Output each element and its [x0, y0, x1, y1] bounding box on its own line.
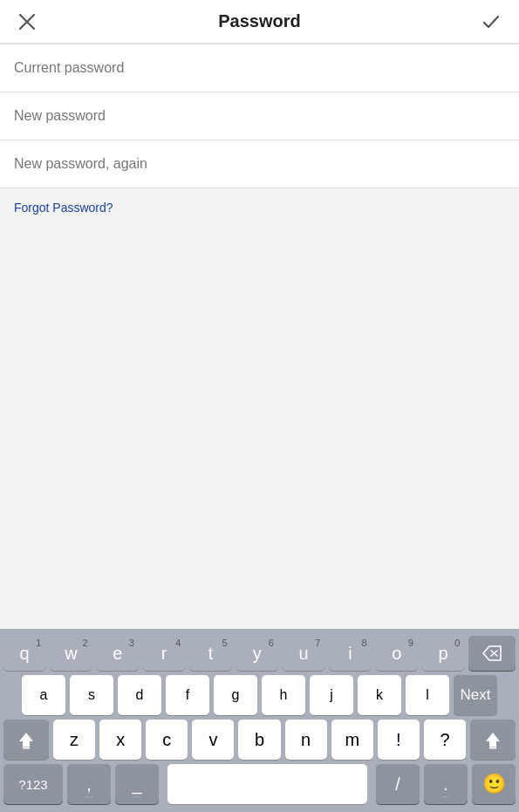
forgot-password-link[interactable]: Forgot Password?: [14, 201, 113, 215]
password-form: [0, 44, 519, 188]
key-n[interactable]: n: [285, 720, 327, 760]
key-q[interactable]: 1 q: [3, 636, 45, 671]
next-key[interactable]: Next: [454, 675, 497, 715]
key-m[interactable]: m: [331, 720, 373, 760]
key-d[interactable]: d: [118, 675, 161, 715]
current-password-input[interactable]: [0, 44, 519, 92]
key-j[interactable]: j: [310, 675, 353, 715]
key-e[interactable]: 3 e: [97, 636, 139, 671]
keyboard-row-1: 1 q 2 w 3 e 4 r 5 t 6 y 7 u 8 i: [3, 636, 516, 671]
slash-label: /: [395, 774, 400, 795]
key-o[interactable]: 9 o: [376, 636, 418, 671]
key-f[interactable]: f: [166, 675, 209, 715]
keyboard-row-2: a s d f g h j k l Next: [3, 675, 516, 715]
space-key[interactable]: [167, 764, 367, 804]
close-icon: [17, 12, 37, 31]
key-r[interactable]: 4 r: [143, 636, 185, 671]
dash-key[interactable]: _ ···: [115, 764, 159, 804]
backspace-icon: [482, 645, 502, 661]
key-g[interactable]: g: [214, 675, 257, 715]
key-c[interactable]: c: [146, 720, 188, 760]
key-i[interactable]: 8 i: [329, 636, 371, 671]
new-password-input[interactable]: [0, 92, 519, 140]
shift-icon: [17, 730, 36, 749]
check-icon: [481, 11, 502, 32]
emoji-key[interactable]: 🙂: [472, 764, 516, 804]
key-w[interactable]: 2 w: [50, 636, 92, 671]
key-p[interactable]: 0 p: [422, 636, 464, 671]
page-title: Password: [218, 11, 300, 31]
key-a[interactable]: a: [22, 675, 65, 715]
emoji-label: 🙂: [482, 773, 506, 795]
header: Password: [0, 0, 519, 44]
key-exclamation[interactable]: !: [378, 720, 420, 760]
close-button[interactable]: [14, 9, 40, 35]
shift-right-key[interactable]: [470, 720, 516, 760]
keyboard-row-3: z x c v b n m ! ?: [3, 720, 516, 760]
shift-right-icon: [483, 730, 502, 749]
key-s[interactable]: s: [70, 675, 113, 715]
keyboard: 1 q 2 w 3 e 4 r 5 t 6 y 7 u 8 i: [0, 629, 519, 812]
backspace-key[interactable]: [468, 636, 516, 671]
key-u[interactable]: 7 u: [283, 636, 324, 671]
new-password-again-input[interactable]: [0, 140, 519, 188]
key-question[interactable]: ?: [424, 720, 466, 760]
key-b[interactable]: b: [238, 720, 280, 760]
key-x[interactable]: x: [99, 720, 141, 760]
slash-key[interactable]: /: [376, 764, 420, 804]
key-t[interactable]: 5 t: [189, 636, 231, 671]
key-z[interactable]: z: [53, 720, 95, 760]
key-v[interactable]: v: [192, 720, 234, 760]
confirm-button[interactable]: [477, 8, 505, 36]
shift-left-key[interactable]: [3, 720, 49, 760]
key-y[interactable]: 6 y: [236, 636, 278, 671]
key-l[interactable]: l: [406, 675, 449, 715]
num-switch-key[interactable]: ?123: [3, 764, 63, 804]
keyboard-bottom-row: ?123 , ··· _ ··· / . ··· 🙂: [3, 764, 516, 804]
key-h[interactable]: h: [262, 675, 305, 715]
svg-marker-6: [486, 733, 500, 747]
period-key[interactable]: . ···: [424, 764, 468, 804]
comma-key[interactable]: , ···: [67, 764, 111, 804]
svg-marker-4: [19, 733, 33, 747]
key-k[interactable]: k: [358, 675, 401, 715]
